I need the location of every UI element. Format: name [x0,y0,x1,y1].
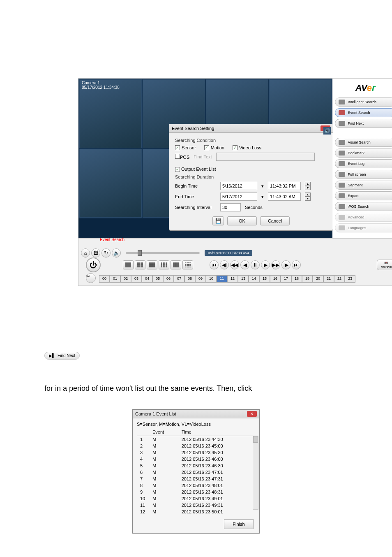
play-button[interactable]: ▶ [261,260,270,269]
last-button[interactable]: ⏭ [292,260,301,269]
hour-cell-17[interactable]: 17 [281,275,291,283]
motion-checkbox[interactable]: Motion [204,145,224,150]
begin-time-input[interactable] [268,182,301,190]
output-event-list-checkbox[interactable]: Output Event List [175,167,216,172]
export-button[interactable]: Export [335,191,392,200]
segment-button[interactable]: Segment [335,181,392,190]
event-search-button[interactable]: Event Search [335,108,392,117]
hour-cell-16[interactable]: 16 [270,275,281,283]
pos-checkbox[interactable]: POS [175,154,189,160]
next-frame-button[interactable]: I▶ [281,260,291,269]
hour-cell-12[interactable]: 12 [227,275,238,283]
col-event[interactable]: Event [149,428,178,436]
interval-input[interactable] [220,203,241,211]
table-row[interactable]: 7M2012 05/16 23:47:31 [137,476,255,482]
findtext-input[interactable] [216,153,315,161]
visual-search-button[interactable]: Visual Search [335,138,392,147]
hour-cell-18[interactable]: 18 [291,275,302,283]
audio-button[interactable]: 🔈 [112,248,121,258]
col-time[interactable]: Time [178,428,255,436]
table-row[interactable]: 9M2012 05/16 23:48:31 [137,489,255,495]
ok-button[interactable]: OK [227,216,257,225]
prev-frame-button[interactable]: ◀I [220,260,229,269]
table-row[interactable]: 5M2012 05/16 23:46:30 [137,462,255,469]
hour-cell-14[interactable]: 14 [249,275,259,283]
table-row[interactable]: 2M2012 05/16 23:45:00 [137,443,255,449]
play-back-button[interactable]: ◀ [240,260,249,269]
scroll-thumb[interactable] [253,436,258,443]
hour-cell-13[interactable]: 13 [238,275,249,283]
volume-slider[interactable] [126,252,200,254]
calendar-icon[interactable]: ▾ [261,194,264,200]
forward-button[interactable]: ▶▶ [271,260,280,269]
close-icon[interactable]: ✕ [247,411,257,417]
videoloss-checkbox[interactable]: Video Loss [233,145,261,150]
scissors-button[interactable]: ✂ [86,273,96,283]
calendar-icon[interactable]: ▾ [261,183,264,189]
table-row[interactable]: 4M2012 05/16 23:46:00 [137,456,255,462]
layout-13-button[interactable] [171,260,181,269]
finish-button[interactable]: Finish [224,519,254,529]
layout-2x2-button[interactable] [135,260,145,269]
hour-cell-09[interactable]: 09 [195,275,206,283]
slider-thumb[interactable] [138,250,142,256]
event-scrollbar[interactable] [253,436,258,510]
begin-time-spinner[interactable]: ▲▼ [305,182,311,190]
hour-cell-01[interactable]: 01 [110,275,120,283]
power-button[interactable]: ⏻ [86,258,101,272]
video-cell[interactable] [79,149,142,218]
speaker-icon[interactable]: 🔊 [323,127,331,135]
end-date-input[interactable] [220,193,257,201]
end-time-spinner[interactable]: ▲▼ [305,193,311,201]
ipos-search-button[interactable]: iPOS Search [335,202,392,211]
down-icon[interactable]: ▼ [305,186,311,190]
layout-8-button[interactable] [159,260,169,269]
table-row[interactable]: 8M2012 05/16 23:48:01 [137,482,255,489]
layout-16-button[interactable] [182,260,193,269]
save-icon-button[interactable]: 💾 [212,216,224,225]
up-icon[interactable]: ▲ [305,193,311,197]
find-next-standalone-button[interactable]: ▶▌ Find Next [44,352,80,360]
table-row[interactable]: 10M2012 05/16 23:49:01 [137,495,255,502]
hour-cell-07[interactable]: 07 [174,275,184,283]
first-button[interactable]: ⏮ [210,260,219,269]
image-button[interactable]: 🖼 [91,248,100,258]
hour-cell-10[interactable]: 10 [206,275,217,283]
table-row[interactable]: 12M2012 05/16 23:50:01 [137,508,255,515]
archive-button[interactable]: 📼Archive [377,260,392,270]
layout-3x3-button[interactable] [147,260,157,269]
down-icon[interactable]: ▼ [305,197,311,201]
layout-1x1-button[interactable] [123,260,134,269]
home-button[interactable]: ⌂ [81,248,90,258]
end-time-input[interactable] [268,193,301,201]
event-log-button[interactable]: Event Log [335,159,392,168]
hour-cell-11[interactable]: 11 [217,275,227,283]
up-icon[interactable]: ▲ [305,182,311,186]
table-row[interactable]: 1M2012 05/16 23:44:30 [137,436,255,443]
languages-button[interactable]: Languages [335,223,392,232]
hour-cell-02[interactable]: 02 [120,275,131,283]
pause-button[interactable]: ⏸ [251,260,260,269]
table-row[interactable]: 3M2012 05/16 23:45:30 [137,449,255,456]
find-next-button[interactable]: Find Next [335,119,392,128]
rewind-button[interactable]: ◀◀ [230,260,239,269]
cancel-button[interactable]: Cancel [260,216,290,225]
hour-cell-06[interactable]: 06 [163,275,174,283]
hour-cell-23[interactable]: 23 [345,275,355,283]
intelligent-search-button[interactable]: Intelligent Search [335,97,392,107]
hour-cell-15[interactable]: 15 [259,275,270,283]
video-cell[interactable] [79,79,142,148]
sensor-checkbox[interactable]: Sensor [175,145,196,150]
table-row[interactable]: 6M2012 05/16 23:47:01 [137,469,255,476]
hour-cell-03[interactable]: 03 [131,275,142,283]
begin-date-input[interactable] [220,182,257,190]
hour-cell-08[interactable]: 08 [184,275,195,283]
hour-cell-00[interactable]: 00 [99,275,110,283]
reload-button[interactable]: ↻ [101,248,111,258]
hour-cell-22[interactable]: 22 [334,275,345,283]
table-row[interactable]: 11M2012 05/16 23:49:31 [137,502,255,508]
hour-cell-20[interactable]: 20 [313,275,323,283]
full-screen-button[interactable]: Full screen [335,170,392,179]
advanced-button[interactable]: Advanced [335,213,392,222]
bookmark-button[interactable]: Bookmark [335,149,392,158]
